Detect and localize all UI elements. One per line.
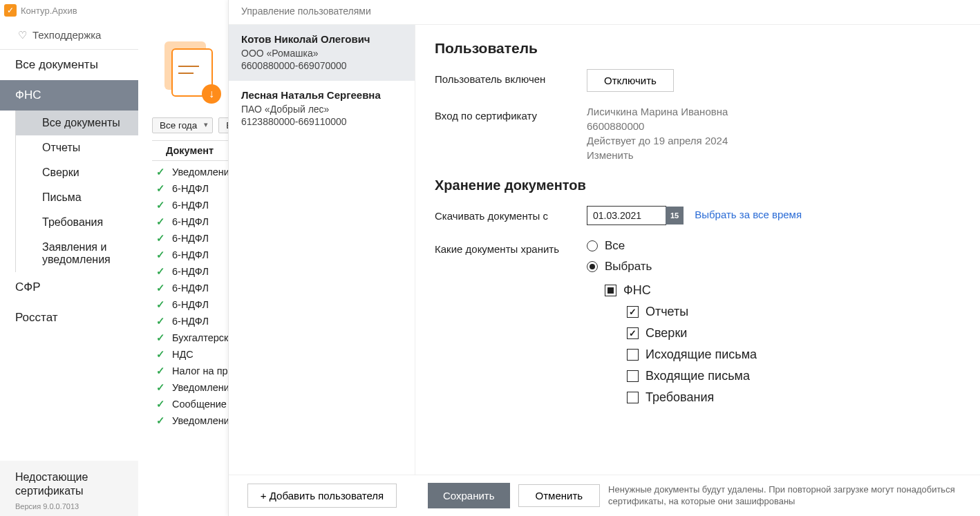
- doc-name: 6-НДФЛ: [172, 266, 209, 277]
- nav-fns-letters[interactable]: Письма: [15, 185, 138, 210]
- check-icon: ✓: [156, 382, 165, 393]
- sidebar-footer: Недостающие сертификаты Версия 9.0.0.701…: [0, 461, 138, 516]
- which-docs-label: Какие документы хранить: [435, 239, 587, 255]
- doc-name: 6-НДФЛ: [172, 316, 209, 327]
- cert-login-label: Вход по сертификату: [435, 106, 587, 122]
- checkbox-icon: [627, 392, 639, 403]
- doc-name: 6-НДФЛ: [172, 216, 209, 227]
- nav-fns-all[interactable]: Все документы: [15, 111, 138, 135]
- check-icon: ✓: [156, 365, 165, 376]
- tree-out-letters-label: Исходящие письма: [646, 347, 757, 362]
- footer-note: Ненужные документы будут удалены. При по…: [608, 484, 968, 508]
- select-all-time-link[interactable]: Выбрать за все время: [695, 209, 802, 220]
- heading-storage: Хранение документов: [435, 178, 961, 193]
- checkbox-icon: [627, 349, 639, 361]
- checkbox-checked-icon: [627, 306, 639, 318]
- missing-certs-link[interactable]: Недостающие сертификаты: [15, 470, 123, 498]
- radio-all[interactable]: Все: [587, 239, 961, 253]
- radio-select[interactable]: Выбрать: [587, 260, 961, 274]
- add-user-area: + Добавить пользователя: [229, 475, 415, 516]
- doc-name: 6-НДФЛ: [172, 233, 209, 244]
- sidebar: Все документы ФНС Все документы Отчеты С…: [0, 50, 138, 516]
- download-icon: ↓: [202, 84, 221, 104]
- radio-select-label: Выбрать: [605, 260, 652, 274]
- nav-fns-recon[interactable]: Сверки: [15, 160, 138, 185]
- tree-in-letters[interactable]: Входящие письма: [627, 369, 961, 383]
- download-from-date-input[interactable]: 01.03.2021: [587, 206, 666, 225]
- check-icon: ✓: [156, 166, 165, 178]
- user-list: Котов Николай ОлеговичООО «Ромашка»66008…: [229, 25, 415, 475]
- save-button[interactable]: Сохранить: [428, 483, 510, 508]
- disable-button[interactable]: Отключить: [587, 69, 674, 92]
- cancel-button[interactable]: Отменить: [518, 484, 601, 507]
- cert-name: Лисичкина Марина Ивановна: [587, 106, 961, 117]
- nav-all-documents[interactable]: Все документы: [0, 50, 138, 80]
- tree-fns-label: ФНС: [623, 283, 651, 298]
- doc-name: НДС: [172, 349, 194, 360]
- tree-reports[interactable]: Отчеты: [627, 305, 961, 319]
- user-company: ПАО «Добрый лес»: [241, 104, 402, 115]
- support-label: Техподдержка: [32, 29, 101, 41]
- cert-valid-until: Действует до 19 апреля 2024: [587, 135, 961, 146]
- check-icon: ✓: [156, 316, 165, 327]
- check-icon: ✓: [156, 266, 165, 277]
- tree-demands-label: Требования: [646, 390, 714, 405]
- check-icon: ✓: [156, 332, 165, 343]
- heading-user: Пользователь: [435, 40, 961, 57]
- user-card[interactable]: Лесная Наталья СергеевнаПАО «Добрый лес»…: [229, 81, 415, 137]
- tree-in-letters-label: Входящие письма: [646, 369, 750, 383]
- user-card[interactable]: Котов Николай ОлеговичООО «Ромашка»66008…: [229, 25, 415, 81]
- tree-recon-label: Сверки: [646, 326, 687, 341]
- cert-change-link[interactable]: Изменить: [587, 149, 961, 161]
- doc-name: 6-НДФЛ: [172, 283, 209, 294]
- heart-icon: ♡: [18, 29, 27, 41]
- radio-icon: [587, 261, 598, 272]
- check-icon: ✓: [156, 399, 165, 410]
- check-icon: ✓: [156, 216, 165, 227]
- nav-fns-demands[interactable]: Требования: [15, 210, 138, 235]
- doc-name: 6-НДФЛ: [172, 183, 209, 194]
- check-icon: ✓: [156, 249, 165, 260]
- user-detail-pane: Пользователь Пользователь включен Отключ…: [415, 25, 980, 475]
- user-ids: 6123880000-669110000: [241, 116, 402, 127]
- year-filter[interactable]: Все года: [152, 117, 213, 133]
- app-logo-icon: ✓: [4, 4, 17, 17]
- nav-rosstat[interactable]: Росстат: [0, 303, 138, 333]
- doc-name: 6-НДФЛ: [172, 249, 209, 260]
- doc-name: 6-НДФЛ: [172, 200, 209, 211]
- check-icon: ✓: [156, 283, 165, 294]
- tree-reports-label: Отчеты: [646, 305, 688, 319]
- checkbox-indeterminate-icon: [605, 285, 616, 296]
- check-icon: ✓: [156, 349, 165, 360]
- check-icon: ✓: [156, 183, 165, 194]
- check-icon: ✓: [156, 200, 165, 211]
- user-company: ООО «Ромашка»: [241, 48, 402, 59]
- tree-recon[interactable]: Сверки: [627, 326, 961, 341]
- nav-fns-reports[interactable]: Отчеты: [15, 135, 138, 160]
- app-title: Контур.Архив: [21, 6, 77, 16]
- cert-number: 6600880000: [587, 120, 961, 132]
- checkbox-icon: [627, 370, 639, 382]
- tree-fns[interactable]: ФНС: [605, 283, 961, 298]
- nav-fns-apps[interactable]: Заявления и уведомления: [15, 235, 138, 272]
- radio-all-label: Все: [605, 239, 625, 253]
- check-icon: ✓: [156, 299, 165, 310]
- user-ids: 6600880000-669070000: [241, 60, 402, 71]
- tree-demands[interactable]: Требования: [627, 390, 961, 405]
- check-icon: ✓: [156, 415, 165, 426]
- download-from-label: Скачивать документы с: [435, 206, 587, 222]
- nav-sfr[interactable]: СФР: [0, 272, 138, 303]
- radio-icon: [587, 240, 598, 251]
- user-management-overlay: Управление пользователями Котов Николай …: [228, 0, 980, 516]
- tree-out-letters[interactable]: Исходящие письма: [627, 347, 961, 362]
- calendar-icon[interactable]: 15: [666, 207, 684, 224]
- checkbox-checked-icon: [627, 327, 639, 339]
- add-user-button[interactable]: + Добавить пользователя: [247, 484, 397, 508]
- cert-info: Лисичкина Марина Ивановна 6600880000 Дей…: [587, 106, 961, 164]
- enabled-label: Пользователь включен: [435, 69, 587, 85]
- nav-fns[interactable]: ФНС: [0, 80, 138, 111]
- documents-illustration-icon: ↓: [159, 41, 221, 104]
- user-name: Лесная Наталья Сергеевна: [241, 89, 402, 101]
- doc-type-tree: ФНС Отчеты Сверки Исходящи: [605, 283, 961, 405]
- overlay-title: Управление пользователями: [229, 0, 980, 25]
